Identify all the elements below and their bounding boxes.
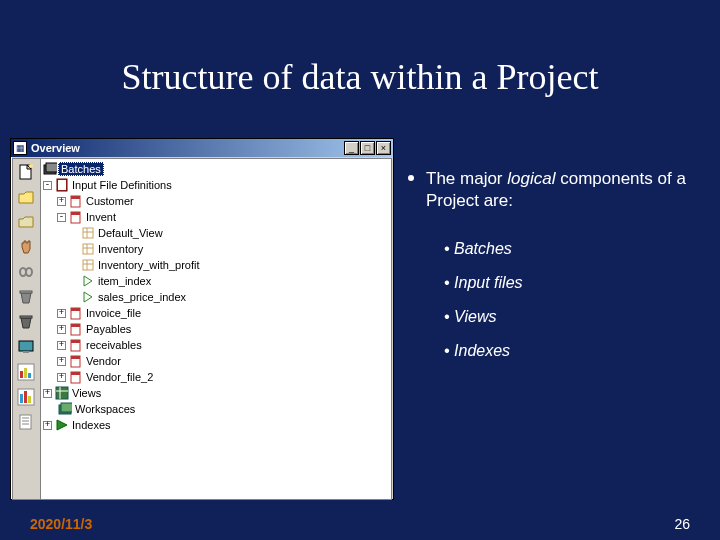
svg-rect-39: [83, 260, 93, 270]
expander-plus-icon[interactable]: +: [57, 197, 66, 206]
slide-title: Structure of data within a Project: [0, 0, 720, 120]
bullet-prefix: The major: [426, 169, 507, 188]
tree-label: Input File Definitions: [72, 179, 172, 191]
maximize-button[interactable]: □: [360, 141, 375, 155]
tree-node-ifd[interactable]: - Input File Definitions: [43, 177, 389, 193]
svg-rect-26: [46, 163, 57, 172]
svg-rect-28: [58, 180, 66, 190]
svg-marker-4: [19, 217, 33, 227]
expander-plus-icon[interactable]: +: [57, 325, 66, 334]
tree-node-file[interactable]: + Payables: [43, 321, 389, 337]
expander-plus-icon[interactable]: +: [57, 373, 66, 382]
bullet-dot-icon: [408, 175, 414, 181]
minimize-button[interactable]: _: [344, 141, 359, 155]
expander-plus-icon[interactable]: +: [57, 309, 66, 318]
report-icon[interactable]: [14, 410, 38, 434]
svg-rect-11: [19, 341, 33, 351]
index-icon: [81, 290, 95, 304]
tree-node-views[interactable]: + Views: [43, 385, 389, 401]
tree-label: Invent: [86, 211, 116, 223]
tree-node-batches[interactable]: Batches: [43, 161, 389, 177]
svg-point-2: [29, 164, 33, 168]
tree-node-index[interactable]: item_index: [43, 273, 389, 289]
bar-chart-icon[interactable]: [14, 360, 38, 384]
tree-label: Customer: [86, 195, 134, 207]
tree-node-view[interactable]: Default_View: [43, 225, 389, 241]
views-group-icon: [55, 386, 69, 400]
svg-marker-59: [57, 420, 67, 430]
tree-node-file[interactable]: + Invoice_file: [43, 305, 389, 321]
no-expander: [43, 405, 55, 414]
tree-node-customer[interactable]: + Customer: [43, 193, 389, 209]
svg-rect-51: [71, 356, 80, 359]
tree-node-file[interactable]: + Vendor: [43, 353, 389, 369]
bin-icon[interactable]: [14, 285, 38, 309]
svg-marker-9: [21, 318, 31, 328]
svg-marker-7: [21, 293, 31, 303]
overview-window: ▦ Overview _ □ × Batches: [10, 138, 394, 500]
window-title: Overview: [31, 142, 340, 154]
index-icon: [81, 274, 95, 288]
footer-date: 2020/11/3: [30, 516, 92, 532]
sub-bullet-text: Indexes: [454, 342, 510, 359]
expander-minus-icon[interactable]: -: [57, 213, 66, 222]
tree-node-index[interactable]: sales_price_index: [43, 289, 389, 305]
expander-plus-icon[interactable]: +: [57, 341, 66, 350]
tree-node-indexes[interactable]: + Indexes: [43, 417, 389, 433]
tree-node-file[interactable]: + receivables: [43, 337, 389, 353]
tree-label: item_index: [98, 275, 151, 287]
view-icon: [81, 226, 95, 240]
expander-plus-icon[interactable]: +: [43, 389, 52, 398]
svg-rect-36: [83, 244, 93, 254]
tree-label: Indexes: [72, 419, 111, 431]
tree-node-view[interactable]: Inventory_with_profit: [43, 257, 389, 273]
sub-bullet-text: Input files: [454, 274, 522, 291]
svg-rect-47: [71, 324, 80, 327]
expander-plus-icon[interactable]: +: [43, 421, 52, 430]
monitor-icon[interactable]: [14, 335, 38, 359]
tree-label: Inventory: [98, 243, 143, 255]
bullet-text: The major logical components of a Projec…: [426, 168, 698, 212]
expander-plus-icon[interactable]: +: [57, 357, 66, 366]
close-button[interactable]: ×: [376, 141, 391, 155]
tree-panel[interactable]: Batches - Input File Definitions + Custo…: [41, 159, 391, 499]
sub-bullet-text: Views: [454, 308, 496, 325]
sub-bullet-text: Batches: [454, 240, 512, 257]
expander-minus-icon[interactable]: -: [43, 181, 52, 190]
tree-label: Payables: [86, 323, 131, 335]
footer-page-number: 26: [674, 516, 690, 532]
svg-rect-12: [23, 351, 29, 353]
tree-node-view[interactable]: Inventory: [43, 241, 389, 257]
tree-node-file[interactable]: + Vendor_file_2: [43, 369, 389, 385]
sub-bullet: • Indexes: [444, 342, 698, 360]
folder-icon[interactable]: [14, 210, 38, 234]
tree-label: receivables: [86, 339, 142, 351]
tree-label: Invoice_file: [86, 307, 141, 319]
window-titlebar[interactable]: ▦ Overview _ □ ×: [11, 139, 393, 157]
file-red-icon: [69, 338, 83, 352]
sub-bullet: • Views: [444, 308, 698, 326]
tree-node-workspaces[interactable]: Workspaces: [43, 401, 389, 417]
file-red-icon: [69, 194, 83, 208]
new-file-icon[interactable]: [14, 160, 38, 184]
svg-rect-15: [24, 368, 27, 378]
svg-rect-49: [71, 340, 80, 343]
hand-icon[interactable]: [14, 235, 38, 259]
svg-rect-8: [20, 291, 32, 293]
tree-label: Workspaces: [75, 403, 135, 415]
svg-rect-16: [28, 373, 31, 378]
open-folder-icon[interactable]: [14, 185, 38, 209]
svg-marker-3: [19, 192, 33, 203]
link-icon[interactable]: [14, 260, 38, 284]
column-chart-icon[interactable]: [14, 385, 38, 409]
sub-bullet: • Input files: [444, 274, 698, 292]
tree-node-invent[interactable]: - Invent: [43, 209, 389, 225]
trash-icon[interactable]: [14, 310, 38, 334]
batches-icon: [43, 162, 57, 176]
window-system-icon[interactable]: ▦: [13, 141, 27, 155]
tree-label: sales_price_index: [98, 291, 186, 303]
tree-label: Batches: [58, 162, 104, 176]
sub-bullet: • Batches: [444, 240, 698, 258]
slide-footer: 2020/11/3 26: [0, 516, 720, 532]
svg-rect-14: [20, 371, 23, 378]
